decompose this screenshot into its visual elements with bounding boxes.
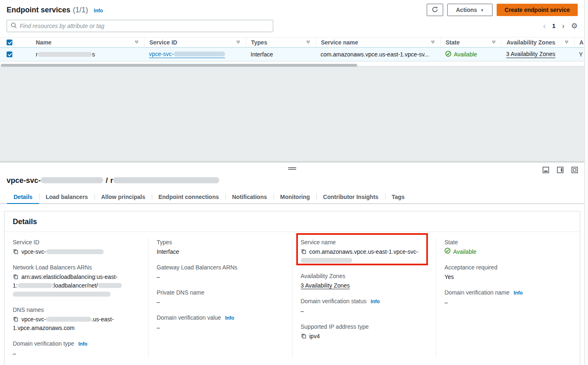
field-label: Types (157, 238, 172, 246)
filter-icon[interactable] (306, 39, 311, 46)
field-private-dns-name: Private DNS name – (157, 288, 284, 307)
field-state: State Available (444, 238, 572, 256)
panel-resize-handle[interactable] (288, 166, 296, 171)
redacted-text (46, 317, 91, 322)
field-domain-verification-name: Domain verification name Info – (444, 288, 572, 307)
tab-notifications[interactable]: Notifications (225, 190, 274, 204)
refresh-button[interactable] (427, 4, 443, 16)
field-value: – (444, 298, 572, 307)
redacted-text (46, 249, 104, 254)
cell-service-id: vpce-svc- (144, 51, 246, 58)
column-header-types[interactable]: Types (246, 37, 316, 47)
tab-monitoring[interactable]: Monitoring (274, 190, 316, 204)
column-header-acceptance[interactable]: A (574, 37, 584, 47)
search-input[interactable] (20, 23, 269, 29)
filter-icon[interactable] (564, 39, 569, 46)
copy-icon[interactable] (13, 249, 19, 255)
filter-icon[interactable] (491, 39, 496, 46)
panel-layout-controls (542, 166, 578, 173)
redacted-text (98, 283, 122, 288)
split-panel-bottom-icon[interactable] (542, 166, 549, 173)
details-card: Details Service ID vpce-svc- Network Loa… (4, 211, 580, 365)
tab-contributor-insights[interactable]: Contributor Insights (316, 190, 385, 204)
table-row[interactable]: rs vpce-svc- Interface com.amazonaws.vpc… (0, 47, 584, 61)
field-network-load-balancer-arns: Network Load Balancers ARNs arn:aws:elas… (13, 263, 140, 299)
field-label: Private DNS name (157, 288, 205, 297)
header-actions: Actions ▼ Create endpoint service (427, 4, 578, 16)
field-types: Types Interface (157, 238, 284, 256)
details-column-1: Service ID vpce-svc- Network Load Balanc… (5, 238, 148, 358)
redacted-text (113, 177, 219, 183)
details-heading: Details (5, 211, 580, 232)
copy-icon[interactable] (301, 333, 307, 339)
availability-zones-link[interactable]: 3 Availability Zones (506, 51, 555, 58)
split-panel-expand-icon[interactable] (571, 166, 578, 173)
tab-tags[interactable]: Tags (385, 190, 411, 204)
field-value: – (301, 307, 428, 316)
panel-title-name: r (110, 176, 113, 185)
details-column-4: State Available Acceptance required Yes (436, 238, 580, 358)
info-link[interactable]: Info (371, 297, 380, 306)
column-header-name[interactable]: Name (24, 37, 144, 47)
field-gateway-load-balancer-arns: Gateway Load Balancers ARNs – (157, 263, 284, 281)
available-check-icon (444, 248, 451, 256)
field-service-name: Service name com.amazonaws.vpce.us-east-… (301, 238, 428, 265)
cell-types: Interface (246, 51, 316, 58)
availability-zones-link[interactable]: 3 Availability Zones (301, 282, 350, 289)
field-domain-verification-status: Domain verification status Info – (301, 297, 428, 316)
info-link[interactable]: Info (514, 289, 523, 297)
field-label: Network Load Balancers ARNs (13, 263, 92, 271)
field-value: – (157, 323, 284, 332)
select-all-cell (0, 37, 24, 47)
horizontal-scrollbar[interactable] (1, 64, 583, 67)
row-checkbox[interactable] (7, 51, 12, 57)
filter-icon[interactable] (430, 39, 435, 46)
table-toolbar: ‹ 1 › ⚙ (0, 18, 584, 32)
copy-icon[interactable] (13, 274, 19, 280)
search-box[interactable] (7, 20, 273, 32)
page-scrollbar-gutter (584, 0, 588, 365)
split-panel-side-icon[interactable] (557, 166, 564, 173)
horizontal-scrollbar-thumb[interactable] (1, 64, 357, 67)
info-link[interactable]: Info (78, 340, 87, 348)
column-header-availability-zones[interactable]: Availability Zones (501, 37, 574, 47)
settings-gear-icon[interactable]: ⚙ (571, 22, 578, 30)
field-acceptance-required: Acceptance required Yes (444, 263, 572, 281)
pagination-current-page[interactable]: 1 (552, 23, 555, 29)
create-endpoint-service-button[interactable]: Create endpoint service (497, 4, 578, 16)
select-all-checkbox[interactable] (7, 40, 12, 45)
pagination-next-icon[interactable]: › (562, 22, 565, 30)
copy-icon[interactable] (13, 316, 19, 322)
tab-allow-principals[interactable]: Allow principals (95, 190, 152, 204)
field-value: – (157, 298, 284, 307)
cell-name: rs (24, 51, 144, 58)
field-value: Yes (444, 273, 572, 281)
panel-title-separator: / (106, 176, 108, 185)
redacted-text (38, 52, 92, 57)
field-label: Service ID (13, 238, 40, 246)
info-link[interactable]: Info (94, 8, 103, 14)
field-value: – (157, 273, 284, 281)
filter-icon[interactable] (236, 39, 241, 46)
actions-button[interactable]: Actions ▼ (447, 4, 493, 16)
pagination-prev-icon[interactable]: ‹ (543, 22, 546, 30)
tab-details[interactable]: Details (7, 190, 39, 204)
available-check-icon (445, 51, 451, 58)
field-supported-ip-address-type: Supported IP address type ipv4 (301, 323, 428, 341)
column-header-service-id[interactable]: Service ID (144, 37, 246, 47)
details-column-3: Service name com.amazonaws.vpce.us-east-… (292, 238, 436, 358)
tab-load-balancers[interactable]: Load balancers (39, 190, 95, 204)
actions-button-label: Actions (456, 7, 477, 13)
field-dns-names: DNS names vpce-svc-.us-east- 1.vpce.amaz… (13, 306, 140, 332)
copy-icon[interactable] (301, 249, 307, 255)
cell-service-name: com.amazonaws.vpce.us-east-1.vpce-sv... (316, 51, 440, 58)
field-label: Service name (301, 238, 336, 246)
service-id-link[interactable]: vpce-svc- (149, 51, 225, 58)
info-link[interactable]: Info (225, 314, 234, 322)
column-header-service-name[interactable]: Service name (316, 37, 440, 47)
column-header-state[interactable]: State (440, 37, 501, 47)
filter-icon[interactable] (134, 39, 139, 46)
field-label: Domain verification status (301, 297, 367, 305)
tab-endpoint-connections[interactable]: Endpoint connections (152, 190, 225, 204)
field-label: Supported IP address type (301, 323, 369, 331)
